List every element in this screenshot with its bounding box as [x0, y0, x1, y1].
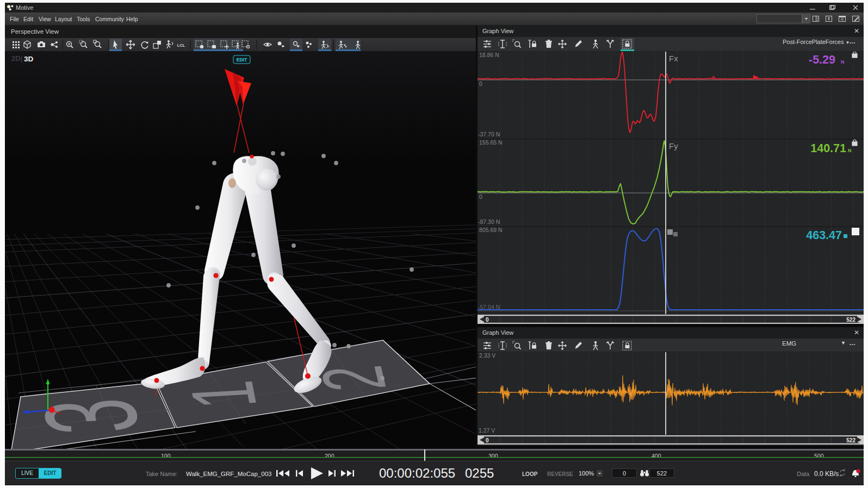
svg-text:2.33 V: 2.33 V — [479, 352, 495, 359]
svg-text:0: 0 — [486, 317, 489, 323]
svg-text:805.69 N: 805.69 N — [479, 227, 503, 233]
svg-text:N: N — [848, 148, 852, 153]
svg-text:0: 0 — [479, 193, 482, 200]
svg-text:522: 522 — [846, 437, 855, 443]
svg-text:18.86 N: 18.86 N — [479, 52, 499, 58]
svg-text:522: 522 — [846, 317, 855, 323]
svg-text:0: 0 — [486, 437, 489, 443]
svg-text:-37.70 N: -37.70 N — [478, 131, 500, 137]
svg-text:Fy: Fy — [669, 141, 678, 151]
svg-text:463.47: 463.47 — [806, 229, 842, 242]
svg-text:N: N — [841, 59, 845, 65]
svg-text:LCL: LCL — [177, 43, 185, 48]
svg-text:|: | — [21, 55, 22, 62]
svg-text:3: 3 — [15, 395, 167, 437]
svg-text:EDIT: EDIT — [237, 57, 247, 62]
svg-text:-87.30 N: -87.30 N — [478, 218, 500, 225]
svg-text:3D: 3D — [24, 55, 34, 63]
svg-text:2D: 2D — [11, 54, 21, 62]
svg-text:0: 0 — [479, 80, 482, 87]
svg-text:140.71: 140.71 — [810, 142, 846, 155]
svg-text:1.27 V: 1.27 V — [479, 427, 495, 434]
svg-text:155.65 N: 155.65 N — [479, 139, 503, 146]
svg-text:-57.04 N: -57.04 N — [478, 304, 500, 310]
svg-text:-5.29: -5.29 — [809, 53, 835, 66]
svg-text:1: 1 — [170, 378, 275, 411]
svg-text:Fx: Fx — [669, 54, 678, 63]
